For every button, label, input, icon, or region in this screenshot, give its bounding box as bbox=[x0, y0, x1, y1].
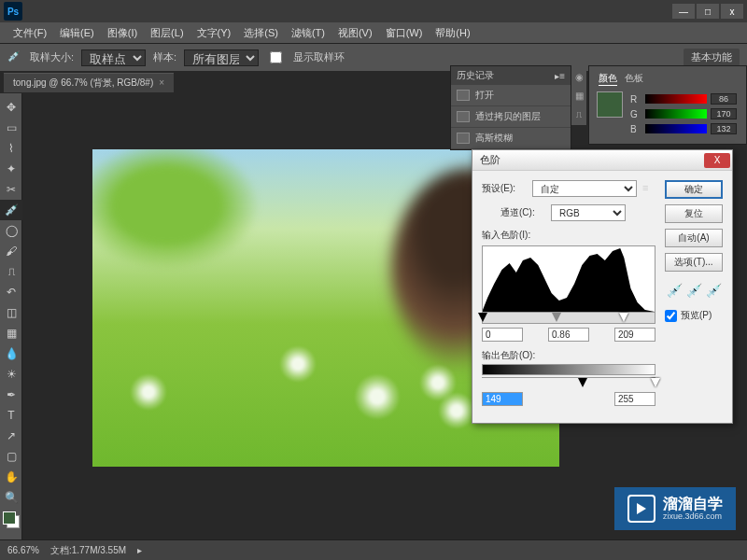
stamp-tool[interactable]: ⎍ bbox=[0, 261, 22, 282]
b-slider[interactable] bbox=[645, 124, 707, 133]
r-value[interactable] bbox=[711, 93, 737, 105]
brush-tool[interactable]: 🖌 bbox=[0, 241, 22, 261]
highlight-input[interactable] bbox=[614, 328, 655, 342]
history-panel-header[interactable]: 历史记录 ▸≡ bbox=[451, 66, 571, 85]
foreground-color[interactable] bbox=[3, 511, 16, 525]
panel-menu-icon[interactable]: ▸≡ bbox=[555, 71, 565, 81]
shape-tool[interactable]: ▢ bbox=[0, 446, 22, 467]
gray-point-eyedropper-icon[interactable]: 💉 bbox=[686, 283, 702, 298]
menu-layer[interactable]: 图层(L) bbox=[145, 24, 189, 42]
tools-panel: ✥ ▭ ⌇ ✦ ✂ 💉 ◯ 🖌 ⎍ ↶ ◫ ▦ 💧 ☀ ✒ T ↗ ▢ ✋ 🔍 bbox=[0, 93, 22, 560]
history-item[interactable]: 高斯模糊 bbox=[451, 128, 571, 149]
preset-menu-icon[interactable]: ≡ bbox=[642, 182, 655, 195]
ok-button[interactable]: 确定 bbox=[665, 180, 723, 199]
type-tool[interactable]: T bbox=[0, 405, 22, 426]
g-slider[interactable] bbox=[645, 109, 707, 119]
gradient-tool[interactable]: ▦ bbox=[0, 323, 22, 343]
white-point-eyedropper-icon[interactable]: 💉 bbox=[706, 283, 722, 298]
marquee-tool[interactable]: ▭ bbox=[0, 118, 22, 138]
history-item[interactable]: 打开 bbox=[451, 85, 571, 106]
input-slider-track[interactable] bbox=[483, 312, 655, 323]
close-button[interactable]: x bbox=[721, 4, 743, 19]
tab-color[interactable]: 颜色 bbox=[599, 72, 617, 86]
cancel-button[interactable]: 复位 bbox=[665, 204, 723, 223]
pen-tool[interactable]: ✒ bbox=[0, 385, 22, 405]
output-black-input[interactable] bbox=[482, 392, 523, 406]
output-slider-track[interactable] bbox=[482, 377, 655, 388]
sample-layer-select[interactable]: 所有图层 bbox=[184, 49, 259, 66]
options-button[interactable]: 选项(T)... bbox=[665, 253, 723, 272]
midtone-slider[interactable] bbox=[552, 313, 561, 322]
blur-tool[interactable]: 💧 bbox=[0, 343, 22, 364]
menu-bar: 文件(F) 编辑(E) 图像(I) 图层(L) 文字(Y) 选择(S) 滤镜(T… bbox=[0, 22, 747, 43]
maximize-button[interactable]: □ bbox=[697, 4, 719, 19]
menu-edit[interactable]: 编辑(E) bbox=[54, 24, 100, 42]
menu-image[interactable]: 图像(I) bbox=[102, 24, 143, 42]
output-white-input[interactable] bbox=[614, 392, 655, 406]
auto-button[interactable]: 自动(A) bbox=[665, 229, 723, 247]
tab-close-icon[interactable]: × bbox=[159, 77, 164, 88]
window-titlebar: Ps — □ x bbox=[0, 0, 747, 22]
preset-label: 预设(E): bbox=[482, 182, 527, 195]
menu-filter[interactable]: 滤镜(T) bbox=[286, 24, 331, 42]
preview-checkbox[interactable] bbox=[665, 310, 677, 322]
workspace-mode[interactable]: 基本功能 bbox=[684, 49, 740, 66]
document-tab[interactable]: tong.jpg @ 66.7% (背景, RGB/8#) × bbox=[4, 73, 174, 92]
preset-select[interactable]: 自定 bbox=[532, 180, 637, 197]
dodge-tool[interactable]: ☀ bbox=[0, 364, 22, 385]
history-item-label: 通过拷贝的图层 bbox=[475, 110, 541, 123]
history-brush-tool[interactable]: ↶ bbox=[0, 282, 22, 302]
strip-icon[interactable]: ⎍ bbox=[571, 106, 586, 121]
highlight-slider[interactable] bbox=[619, 313, 628, 322]
menu-view[interactable]: 视图(V) bbox=[332, 24, 378, 42]
show-ring-checkbox[interactable] bbox=[270, 51, 282, 63]
color-swatches[interactable] bbox=[3, 511, 20, 528]
dialog-titlebar[interactable]: 色阶 X bbox=[472, 150, 732, 171]
strip-icon[interactable]: ▦ bbox=[571, 88, 586, 103]
sample-size-label: 取样大小: bbox=[30, 50, 74, 64]
output-gradient bbox=[482, 364, 655, 375]
hand-tool[interactable]: ✋ bbox=[0, 467, 22, 487]
menu-file[interactable]: 文件(F) bbox=[7, 24, 52, 42]
shadow-slider[interactable] bbox=[478, 313, 487, 322]
color-preview-swatch[interactable] bbox=[597, 91, 623, 118]
document-tab-label: tong.jpg @ 66.7% (背景, RGB/8#) bbox=[13, 77, 153, 90]
black-point-eyedropper-icon[interactable]: 💉 bbox=[667, 283, 683, 298]
history-state-icon bbox=[457, 111, 470, 122]
menu-type[interactable]: 文字(Y) bbox=[191, 24, 237, 42]
app-logo: Ps bbox=[4, 2, 22, 21]
sample-size-select[interactable]: 取样点 bbox=[81, 49, 146, 66]
zoom-level[interactable]: 66.67% bbox=[7, 545, 39, 555]
dialog-close-button[interactable]: X bbox=[704, 153, 730, 168]
output-levels-label: 输出色阶(O): bbox=[482, 349, 655, 362]
move-tool[interactable]: ✥ bbox=[0, 97, 22, 118]
history-panel: 历史记录 ▸≡ 打开 通过拷贝的图层 高斯模糊 bbox=[450, 65, 571, 150]
output-black-slider[interactable] bbox=[578, 378, 587, 387]
midtone-input[interactable] bbox=[548, 328, 589, 342]
history-item[interactable]: 通过拷贝的图层 bbox=[451, 106, 571, 128]
output-white-slider[interactable] bbox=[651, 378, 660, 387]
menu-window[interactable]: 窗口(W) bbox=[380, 24, 429, 42]
zoom-tool[interactable]: 🔍 bbox=[0, 487, 22, 508]
healing-tool[interactable]: ◯ bbox=[0, 220, 22, 241]
menu-select[interactable]: 选择(S) bbox=[238, 24, 284, 42]
b-value[interactable] bbox=[711, 123, 737, 134]
shadow-input[interactable] bbox=[482, 328, 523, 342]
crop-tool[interactable]: ✂ bbox=[0, 179, 22, 200]
tab-swatches[interactable]: 色板 bbox=[625, 72, 643, 86]
menu-help[interactable]: 帮助(H) bbox=[430, 24, 475, 42]
status-bar: 66.67% 文档:1.77M/3.55M ▸ bbox=[0, 539, 747, 560]
strip-icon[interactable]: ◉ bbox=[571, 69, 586, 84]
r-slider[interactable] bbox=[645, 94, 707, 104]
lasso-tool[interactable]: ⌇ bbox=[0, 138, 22, 159]
history-state-icon bbox=[457, 90, 470, 101]
path-tool[interactable]: ↗ bbox=[0, 426, 22, 446]
channel-select[interactable]: RGB bbox=[551, 204, 626, 221]
eyedropper-tool[interactable]: 💉 bbox=[0, 200, 22, 220]
doc-info[interactable]: 文档:1.77M/3.55M bbox=[50, 544, 126, 557]
wand-tool[interactable]: ✦ bbox=[0, 159, 22, 179]
minimize-button[interactable]: — bbox=[672, 4, 695, 19]
status-arrow-icon[interactable]: ▸ bbox=[137, 545, 142, 555]
g-value[interactable] bbox=[711, 108, 737, 119]
eraser-tool[interactable]: ◫ bbox=[0, 302, 22, 323]
